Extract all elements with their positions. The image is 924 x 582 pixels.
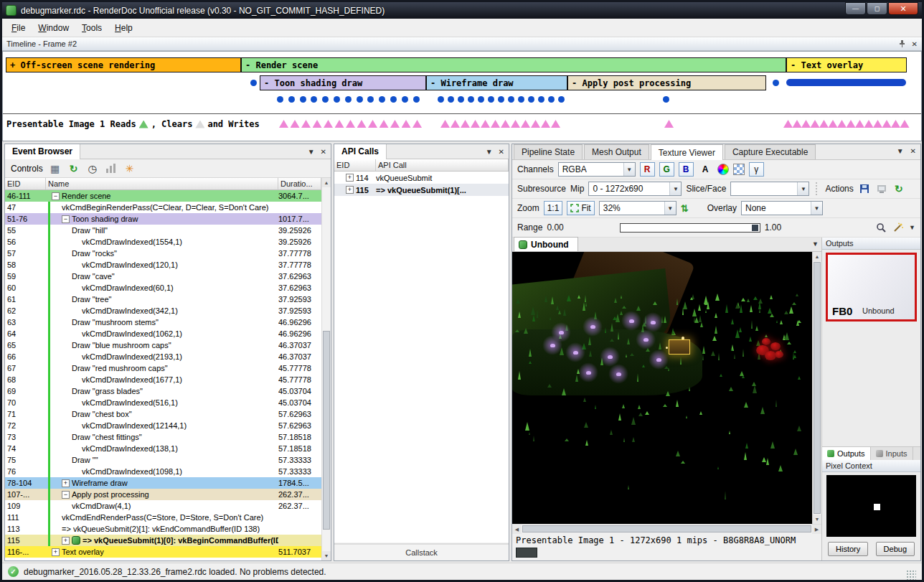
write-triangle-icon[interactable] (819, 120, 829, 128)
event-dot[interactable] (558, 96, 565, 103)
column-name[interactable]: Name (46, 178, 278, 189)
event-dot[interactable] (345, 96, 352, 103)
dock-menu-icon[interactable]: ▼ (308, 148, 315, 156)
channels-select[interactable]: RGBA ▼ (558, 162, 636, 177)
write-triangle-icon[interactable] (357, 120, 367, 128)
write-triangle-icon[interactable] (855, 120, 864, 128)
timeline-bar[interactable]: - Wireframe draw (426, 75, 567, 90)
tree-expander-icon[interactable]: + (346, 186, 354, 194)
write-triangle-icon[interactable] (301, 120, 311, 128)
event-row[interactable]: 72vkCmdDrawIndexed(12144,1)57.62963 (5, 420, 321, 431)
menu-file[interactable]: File (5, 19, 32, 37)
write-triangle-icon[interactable] (368, 120, 377, 128)
zoom-select[interactable]: 32% ▼ (599, 201, 676, 215)
write-triangle-icon[interactable] (531, 120, 540, 128)
tab-mesh-output[interactable]: Mesh Output (584, 144, 649, 159)
texture-horizontal-scrollbar[interactable]: ◀ ▶ (512, 524, 821, 533)
write-triangle-icon[interactable] (664, 120, 674, 128)
export-icon[interactable] (875, 182, 888, 195)
fb0-thumbnail[interactable]: FB0 Unbound (826, 253, 917, 321)
texture-canvas[interactable] (512, 252, 812, 524)
timeline-bar[interactable]: - Text overlay (786, 57, 907, 72)
channel-red-button[interactable]: R (640, 162, 655, 177)
timeline-bar[interactable]: + Off-screen scene rendering (6, 57, 241, 72)
tab-capture-executable[interactable]: Capture Executable (725, 144, 816, 159)
event-row[interactable]: 62vkCmdDrawIndexed(342,1)37.92593 (5, 305, 321, 316)
column-eid[interactable]: EID (5, 178, 46, 189)
texture-tab-unbound[interactable]: Unbound (514, 237, 578, 251)
range-slider[interactable] (620, 223, 760, 233)
api-call-row[interactable]: +115=> vkQueueSubmit(1)[... (334, 184, 509, 196)
event-row[interactable]: 116-...+Text overlay511.7037 (5, 546, 321, 558)
column-duration[interactable]: Duratio... (278, 178, 321, 189)
event-dot[interactable] (498, 96, 504, 103)
event-dot[interactable] (322, 96, 329, 103)
resize-grip[interactable] (906, 570, 916, 580)
tree-expander-icon[interactable]: − (52, 192, 60, 200)
overflow-chevron-icon[interactable]: ▼ (909, 224, 915, 231)
event-dot[interactable] (518, 96, 524, 103)
write-triangle-icon[interactable] (440, 120, 450, 128)
scroll-down-icon[interactable]: ▼ (322, 551, 331, 560)
close-icon[interactable]: ✕ (321, 148, 326, 156)
write-triangle-icon[interactable] (801, 120, 811, 128)
tab-inputs[interactable]: Inputs (871, 447, 913, 460)
write-triangle-icon[interactable] (390, 120, 400, 128)
event-dot[interactable] (458, 96, 464, 103)
flip-y-icon[interactable]: ⇅ (681, 203, 689, 214)
event-dot[interactable] (508, 96, 514, 103)
write-triangle-icon[interactable] (335, 120, 344, 128)
write-triangle-icon[interactable] (313, 120, 322, 128)
event-dot[interactable] (367, 96, 374, 103)
tab-texture-viewer[interactable]: Texture Viewer (651, 144, 723, 160)
write-triangle-icon[interactable] (551, 120, 560, 128)
event-dot[interactable] (773, 80, 779, 86)
timeline-bar[interactable]: - Toon shading draw (260, 75, 426, 90)
magnifier-icon[interactable] (874, 221, 887, 234)
event-row[interactable]: 74vkCmdDrawIndexed(138,1)57.18518 (5, 443, 321, 454)
event-row[interactable]: 78-104+Wireframe draw1784.5... (5, 477, 321, 489)
event-row[interactable]: 60vkCmdDrawIndexed(60,1)37.62963 (5, 282, 321, 294)
tree-expander-icon[interactable]: + (346, 174, 354, 182)
time-draws-icon[interactable]: ▦ (49, 162, 62, 175)
tree-expander-icon[interactable]: + (52, 548, 60, 556)
color-wheel-icon[interactable] (717, 164, 729, 175)
event-row[interactable]: 115+=> vkQueueSubmit(1)[0]: vkBeginComma… (5, 535, 321, 546)
tab-list-chevron-icon[interactable]: ▼ (812, 240, 819, 248)
channel-green-button[interactable]: G (659, 162, 674, 177)
event-dot[interactable] (390, 96, 397, 103)
event-dot[interactable] (379, 96, 385, 103)
event-row[interactable]: 64vkCmdDrawIndexed(1062,1)46.96296 (5, 328, 321, 339)
scroll-left-icon[interactable]: ◀ (512, 525, 522, 534)
event-row[interactable]: 75Draw ""57.33333 (5, 454, 321, 466)
write-triangle-icon[interactable] (511, 120, 520, 128)
event-row[interactable]: 70vkCmdDrawIndexed(516,1)45.03704 (5, 397, 321, 408)
write-triangle-icon[interactable] (829, 120, 838, 128)
event-row[interactable]: 76vkCmdDrawIndexed(1098,1)57.33333 (5, 466, 321, 477)
write-triangle-icon[interactable] (541, 120, 550, 128)
api-call-row[interactable]: +114vkQueueSubmit (334, 172, 509, 184)
event-dot[interactable] (438, 96, 444, 103)
scrollbar-thumb[interactable] (323, 331, 330, 530)
write-triangle-icon[interactable] (380, 120, 389, 128)
save-icon[interactable] (858, 182, 871, 195)
event-row[interactable]: 58vkCmdDrawIndexed(120,1)37.77778 (5, 259, 321, 271)
title-bar[interactable]: debugmarker.rdc - RenderDoc Unofficial r… (2, 2, 922, 19)
history-button[interactable]: History (828, 542, 868, 556)
close-icon[interactable]: ✕ (912, 40, 918, 48)
clock-icon[interactable]: ◷ (86, 162, 99, 175)
scroll-up-icon[interactable]: ▲ (322, 178, 331, 187)
event-browser-scrollbar[interactable]: ▲ ▼ (321, 178, 331, 560)
event-row[interactable]: 68vkCmdDrawIndexed(1677,1)45.77778 (5, 374, 321, 385)
event-row[interactable]: 51-76−Toon shading draw1017.7... (5, 213, 321, 225)
event-row[interactable]: 65Draw "blue mushroom caps"46.37037 (5, 339, 321, 351)
slice-face-select[interactable]: ▼ (730, 182, 809, 196)
write-triangle-icon[interactable] (891, 120, 900, 128)
range-slider-handle[interactable] (752, 225, 758, 231)
tree-expander-icon[interactable]: − (62, 491, 70, 499)
timeline-bar[interactable]: - Apply post processing (567, 75, 766, 90)
event-dot[interactable] (277, 96, 283, 103)
event-dot[interactable] (288, 96, 295, 103)
event-dot[interactable] (413, 96, 420, 103)
dock-menu-icon[interactable]: ▼ (486, 148, 493, 156)
